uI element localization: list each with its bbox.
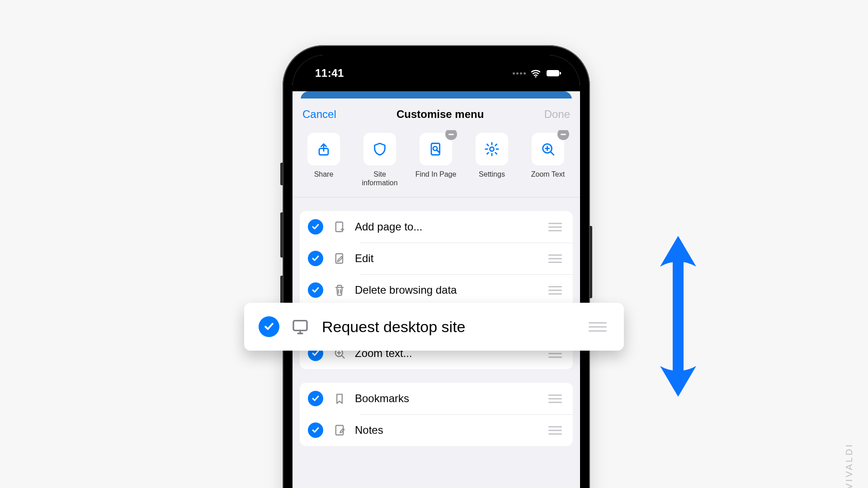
done-button[interactable]: Done	[544, 108, 570, 121]
monitor-icon	[290, 318, 310, 336]
toolbar-item-share[interactable]: Share	[299, 133, 349, 188]
toolbar-item-zoom[interactable]: Zoom Text	[523, 133, 573, 188]
bookmark-icon	[332, 392, 347, 405]
battery-icon	[546, 67, 562, 80]
toolbar-item-siteinfo[interactable]: Site information	[355, 133, 405, 188]
menu-row-bookmarks[interactable]: Bookmarks	[300, 383, 573, 414]
sheet-header: Cancel Customise menu Done	[292, 99, 580, 130]
menu-row-delete[interactable]: Delete browsing data	[300, 274, 573, 306]
dynamic-island	[393, 63, 479, 85]
customise-menu-sheet: Cancel Customise menu Done Share Site in…	[292, 99, 580, 488]
vivaldi-watermark: VIVALDI	[844, 443, 854, 488]
phone-screen: 11:41 Cancel Customise menu Done Share S…	[292, 55, 580, 488]
toolbar-item-history[interactable]: His	[579, 133, 580, 188]
toolbar-item-label: Site information	[355, 170, 405, 188]
dragged-row-request-desktop-site[interactable]: Request desktop site	[244, 303, 624, 351]
row-checkmark[interactable]	[308, 391, 323, 406]
row-checkmark[interactable]	[308, 282, 323, 298]
drag-handle-icon[interactable]	[546, 392, 565, 406]
phone-volume-up	[280, 212, 283, 258]
wifi-icon	[530, 68, 542, 79]
remove-badge-icon[interactable]	[557, 130, 569, 140]
menu-row-addpage[interactable]: Add page to...	[300, 211, 573, 243]
toolbar-item-label: Zoom Text	[531, 170, 565, 188]
edit-page-icon	[332, 252, 347, 265]
row-checkmark[interactable]	[308, 422, 323, 438]
row-label: Delete browsing data	[355, 284, 546, 296]
page-plus-icon	[332, 221, 347, 233]
row-checkmark[interactable]	[308, 251, 323, 266]
drag-handle-icon[interactable]	[546, 423, 565, 437]
drag-handle-icon[interactable]	[546, 220, 565, 234]
toolbar-item-label: Share	[314, 170, 334, 188]
row-label: Bookmarks	[355, 392, 546, 405]
drag-handle-icon[interactable]	[586, 319, 609, 334]
row-label: Request desktop site	[322, 318, 586, 336]
row-checkmark[interactable]	[308, 219, 323, 235]
trash-icon	[332, 284, 347, 296]
toolbar-items-strip[interactable]: Share Site information Find In Page Sett…	[292, 130, 580, 197]
row-label: Edit	[355, 252, 546, 265]
menu-row-notes[interactable]: Notes	[300, 414, 573, 446]
toolbar-item-settings[interactable]: Settings	[467, 133, 517, 188]
phone-frame: 11:41 Cancel Customise menu Done Share S…	[283, 45, 590, 488]
phone-mute-switch	[280, 163, 283, 185]
toolbar-item-find[interactable]: Find In Page	[411, 133, 461, 188]
row-checkmark[interactable]	[259, 316, 279, 337]
reorder-arrow-icon	[646, 230, 710, 402]
toolbar-item-label: Settings	[479, 170, 505, 188]
drag-handle-icon[interactable]	[546, 283, 565, 297]
phone-power-button	[590, 226, 592, 298]
remove-badge-icon[interactable]	[445, 130, 457, 140]
drag-handle-icon[interactable]	[546, 252, 565, 266]
share-icon	[307, 133, 340, 165]
note-icon	[332, 424, 347, 436]
status-time: 11:41	[315, 67, 344, 80]
shield-icon	[363, 133, 396, 165]
gear-icon	[476, 133, 508, 165]
toolbar-item-label: Find In Page	[415, 170, 457, 188]
menu-list-group-2: Bookmarks Notes	[300, 383, 573, 446]
row-label: Add page to...	[355, 221, 546, 233]
cancel-button[interactable]: Cancel	[302, 108, 336, 121]
cellular-dots-icon	[513, 72, 526, 75]
menu-row-edit[interactable]: Edit	[300, 243, 573, 274]
sheet-title: Customise menu	[396, 108, 484, 121]
row-label: Notes	[355, 424, 546, 436]
